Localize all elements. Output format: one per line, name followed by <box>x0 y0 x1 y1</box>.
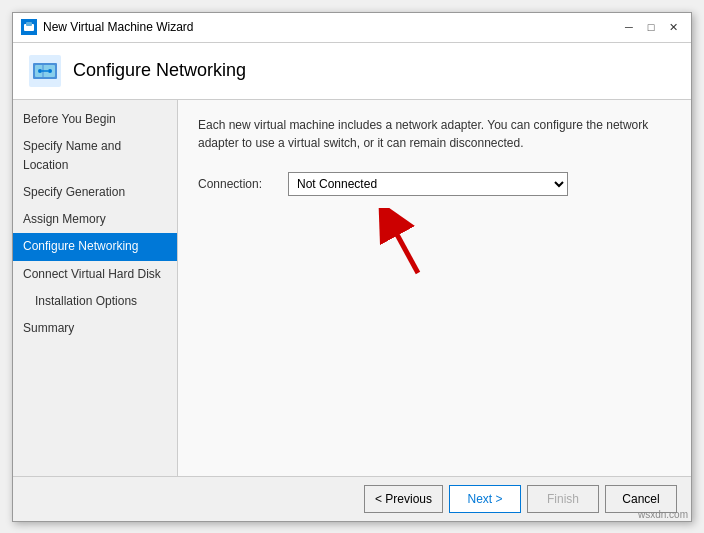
connection-row: Connection: Not Connected <box>198 172 671 196</box>
sidebar-item-specify-generation[interactable]: Specify Generation <box>13 179 177 206</box>
sidebar-item-summary[interactable]: Summary <box>13 315 177 342</box>
sidebar-item-configure-networking[interactable]: Configure Networking <box>13 233 177 260</box>
window-icon <box>21 19 37 35</box>
next-button[interactable]: Next > <box>449 485 521 513</box>
maximize-button[interactable]: □ <box>641 17 661 37</box>
sidebar: Before You Begin Specify Name and Locati… <box>13 100 178 476</box>
sidebar-item-connect-vhd[interactable]: Connect Virtual Hard Disk <box>13 261 177 288</box>
page-header: Configure Networking <box>13 43 691 100</box>
title-bar: New Virtual Machine Wizard ─ □ ✕ <box>13 13 691 43</box>
sidebar-item-specify-name[interactable]: Specify Name and Location <box>13 133 177 179</box>
connection-label: Connection: <box>198 177 288 191</box>
svg-point-7 <box>38 69 42 73</box>
sidebar-item-assign-memory[interactable]: Assign Memory <box>13 206 177 233</box>
title-bar-controls: ─ □ ✕ <box>619 17 683 37</box>
main-content: Before You Begin Specify Name and Locati… <box>13 100 691 476</box>
minimize-button[interactable]: ─ <box>619 17 639 37</box>
sidebar-item-before-you-begin[interactable]: Before You Begin <box>13 106 177 133</box>
connection-select[interactable]: Not Connected <box>288 172 568 196</box>
svg-line-11 <box>388 218 418 273</box>
content-area: Each new virtual machine includes a netw… <box>178 100 691 476</box>
svg-rect-2 <box>26 22 32 26</box>
svg-point-8 <box>48 69 52 73</box>
header-icon <box>29 55 61 87</box>
watermark: wsxdn.com <box>638 509 688 520</box>
page-title: Configure Networking <box>73 60 246 81</box>
close-button[interactable]: ✕ <box>663 17 683 37</box>
window-title: New Virtual Machine Wizard <box>43 20 619 34</box>
wizard-window: New Virtual Machine Wizard ─ □ ✕ <box>12 12 692 522</box>
sidebar-item-installation-options[interactable]: Installation Options <box>13 288 177 315</box>
footer: < Previous Next > Finish Cancel <box>13 476 691 521</box>
description-text: Each new virtual machine includes a netw… <box>198 116 671 152</box>
previous-button[interactable]: < Previous <box>364 485 443 513</box>
arrow-indicator <box>378 208 671 278</box>
finish-button[interactable]: Finish <box>527 485 599 513</box>
red-arrow-svg <box>378 208 438 278</box>
